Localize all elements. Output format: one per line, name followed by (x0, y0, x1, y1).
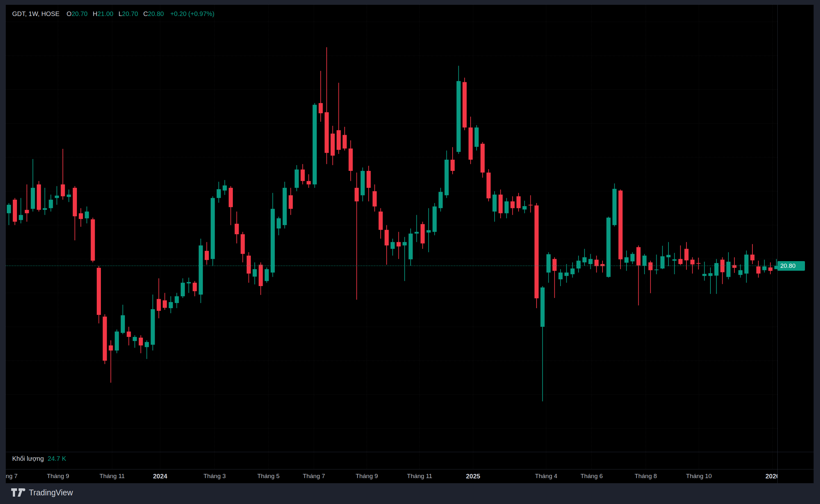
candle[interactable] (319, 71, 323, 122)
candle[interactable] (163, 293, 167, 310)
candle[interactable] (25, 184, 29, 222)
candle[interactable] (313, 103, 317, 188)
candle[interactable] (588, 254, 592, 269)
candle[interactable] (631, 252, 635, 264)
candle[interactable] (85, 206, 89, 223)
candle[interactable] (385, 225, 389, 265)
candle[interactable] (714, 259, 719, 294)
candle[interactable] (414, 215, 419, 242)
candle[interactable] (73, 186, 77, 241)
candle[interactable] (576, 256, 581, 273)
candle[interactable] (600, 261, 605, 273)
candle[interactable] (277, 217, 281, 235)
candle[interactable] (259, 262, 263, 295)
candle[interactable] (540, 286, 544, 401)
candle[interactable] (480, 142, 485, 178)
candle[interactable] (193, 281, 197, 296)
candle[interactable] (703, 262, 707, 281)
candle[interactable] (696, 258, 701, 269)
candle[interactable] (271, 193, 275, 277)
candle[interactable] (211, 196, 215, 266)
candle[interactable] (43, 188, 47, 215)
candle[interactable] (97, 266, 101, 324)
candle[interactable] (672, 253, 677, 274)
candle[interactable] (349, 140, 353, 181)
candle[interactable] (552, 257, 557, 298)
candle[interactable] (709, 268, 713, 294)
candle[interactable] (546, 252, 551, 283)
candle[interactable] (103, 314, 107, 364)
candle[interactable] (438, 188, 443, 212)
candle[interactable] (61, 149, 65, 200)
candle[interactable] (265, 268, 269, 283)
candle[interactable] (559, 269, 563, 286)
candle[interactable] (679, 245, 683, 265)
candle[interactable] (732, 257, 736, 273)
candle[interactable] (504, 198, 509, 219)
candle[interactable] (181, 278, 185, 298)
candle[interactable] (366, 166, 371, 201)
candle[interactable] (637, 245, 641, 305)
tradingview-logo-text[interactable]: TradingView (29, 488, 73, 497)
candle[interactable] (241, 232, 245, 262)
candle[interactable] (307, 174, 311, 188)
candle[interactable] (564, 264, 568, 283)
candle[interactable] (355, 172, 359, 300)
tradingview-logo-icon[interactable] (11, 488, 26, 497)
candle[interactable] (451, 147, 455, 174)
candle[interactable] (223, 180, 227, 195)
candle[interactable] (445, 150, 449, 198)
candle[interactable] (570, 262, 575, 278)
candle[interactable] (31, 159, 35, 212)
candle[interactable] (612, 183, 617, 227)
candle[interactable] (655, 255, 659, 274)
candle[interactable] (133, 335, 137, 348)
volume-indicator-row[interactable]: Khối lượng24.7 K (12, 455, 66, 462)
candle[interactable] (409, 228, 413, 266)
candlestick-chart[interactable] (6, 5, 777, 469)
candle[interactable] (7, 203, 11, 225)
candle[interactable] (469, 117, 473, 164)
candle[interactable] (198, 239, 203, 303)
candle[interactable] (337, 83, 341, 154)
candle[interactable] (397, 232, 401, 259)
candle[interactable] (522, 201, 526, 213)
candle[interactable] (432, 203, 437, 236)
candle[interactable] (390, 239, 395, 256)
candle[interactable] (462, 78, 467, 130)
symbol-title[interactable]: GDT, 1W, HOSE (12, 10, 60, 17)
candle[interactable] (756, 261, 760, 278)
candle[interactable] (648, 261, 653, 293)
candle[interactable] (343, 127, 347, 150)
candle[interactable] (643, 254, 647, 275)
candle[interactable] (13, 198, 17, 225)
candle[interactable] (474, 125, 478, 150)
candle[interactable] (486, 169, 491, 202)
candle[interactable] (720, 257, 725, 284)
candle[interactable] (582, 249, 586, 266)
candle[interactable] (174, 293, 179, 308)
price-axis[interactable]: 28.0027.0026.0025.0024.0023.0022.0021.00… (777, 5, 814, 469)
candle[interactable] (289, 188, 293, 215)
candle[interactable] (301, 164, 305, 185)
candle[interactable] (121, 305, 125, 334)
candle[interactable] (535, 203, 539, 308)
candle[interactable] (421, 222, 425, 249)
candle[interactable] (762, 260, 767, 273)
candle[interactable] (774, 259, 777, 269)
candle[interactable] (151, 295, 155, 351)
candle[interactable] (379, 208, 383, 239)
candle[interactable] (229, 186, 233, 225)
candle[interactable] (619, 189, 623, 269)
candle[interactable] (55, 186, 59, 205)
candle[interactable] (295, 165, 299, 191)
candle[interactable] (738, 264, 743, 277)
candle[interactable] (139, 335, 143, 353)
candle[interactable] (217, 182, 221, 203)
candle[interactable] (498, 189, 502, 218)
candle[interactable] (235, 212, 239, 244)
candle[interactable] (624, 251, 629, 271)
candle[interactable] (361, 167, 365, 201)
candle[interactable] (169, 296, 173, 313)
candle[interactable] (528, 195, 533, 212)
